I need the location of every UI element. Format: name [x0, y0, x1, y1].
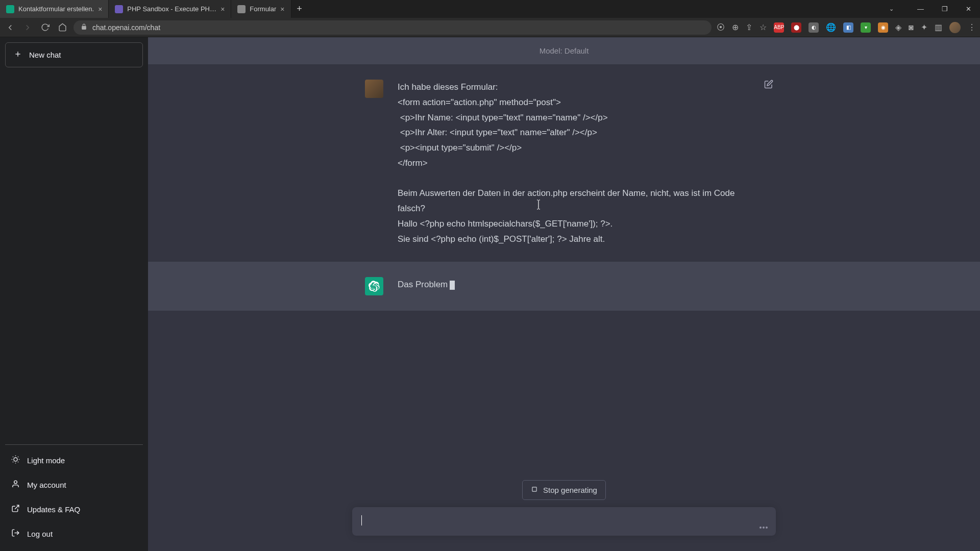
share-icon[interactable]: ⇪: [746, 22, 752, 32]
message-user: Ich habe dieses Formular: <form action="…: [148, 64, 980, 262]
window-controls: ⌄ — ❐ ✕: [880, 0, 980, 18]
zoom-icon[interactable]: ⊕: [732, 22, 739, 32]
stop-icon: [531, 486, 538, 494]
extension-icon[interactable]: ⬤: [791, 22, 801, 33]
extension-icon[interactable]: ◈: [895, 22, 901, 32]
app-root: New chat Light mode My account Updates: [0, 37, 980, 551]
close-icon[interactable]: ×: [280, 5, 284, 13]
updates-faq-button[interactable]: Updates & FAQ: [5, 497, 143, 521]
minimize-button[interactable]: —: [909, 0, 932, 18]
lock-icon: [81, 23, 87, 32]
svg-line-9: [13, 462, 13, 462]
reload-button[interactable]: [39, 21, 51, 34]
close-icon[interactable]: ×: [98, 5, 102, 13]
plus-icon: [14, 50, 22, 60]
svg-rect-14: [532, 487, 536, 491]
edit-message-button[interactable]: [764, 80, 773, 91]
url-input[interactable]: chat.openai.com/chat: [74, 20, 712, 35]
puzzle-icon[interactable]: ✦: [921, 22, 927, 32]
new-chat-button[interactable]: New chat: [5, 42, 143, 67]
browser-tab[interactable]: PHP Sandbox - Execute PHP cod ×: [109, 0, 231, 18]
model-label: Model: Default: [540, 46, 589, 55]
send-icon[interactable]: [760, 527, 768, 529]
model-indicator: Model: Default: [148, 37, 980, 64]
close-icon[interactable]: ×: [220, 5, 225, 13]
extension-icons: ⦿ ⊕ ⇪ ☆ ABP ⬤ ◐ 🌐 ◧ ▾ ◉ ◈ ◙ ✦ ▥ ⋮: [717, 22, 976, 33]
sidebar-footer: Light mode My account Updates & FAQ Log …: [5, 444, 143, 546]
message-text: Ich habe dieses Formular: <form action="…: [398, 80, 763, 246]
message-textarea[interactable]: [361, 515, 750, 528]
favicon-icon: [237, 5, 246, 13]
messages-list: Ich habe dieses Formular: <form action="…: [148, 64, 980, 480]
input-zone: Stop generating: [148, 480, 980, 551]
sun-icon: [11, 455, 20, 465]
maximize-button[interactable]: ❐: [933, 0, 956, 18]
extension-icon[interactable]: ABP: [774, 22, 784, 33]
content-area: Model: Default Ich habe dieses Formular:…: [148, 37, 980, 551]
svg-line-5: [13, 457, 13, 457]
tab-title: PHP Sandbox - Execute PHP cod: [127, 5, 216, 13]
address-bar: chat.openai.com/chat ⦿ ⊕ ⇪ ☆ ABP ⬤ ◐ 🌐 ◧…: [0, 18, 980, 37]
new-tab-button[interactable]: +: [291, 0, 308, 18]
message-text: Das Problem: [398, 277, 763, 295]
svg-line-6: [18, 462, 18, 462]
sidebar: New chat Light mode My account Updates: [0, 37, 148, 551]
favicon-icon: [6, 5, 14, 13]
home-button[interactable]: [56, 21, 68, 34]
new-chat-label: New chat: [29, 51, 61, 59]
star-icon[interactable]: ☆: [760, 22, 767, 32]
external-link-icon: [11, 504, 20, 514]
log-out-button[interactable]: Log out: [5, 521, 143, 546]
typing-cursor-icon: [450, 281, 455, 290]
globe-icon[interactable]: 🌐: [826, 22, 836, 32]
profile-avatar[interactable]: [949, 22, 961, 33]
svg-point-2: [14, 458, 17, 461]
edit-icon: [764, 80, 773, 89]
close-window-button[interactable]: ✕: [957, 0, 980, 18]
sidepanel-icon[interactable]: ▥: [935, 22, 942, 32]
my-account-button[interactable]: My account: [5, 472, 143, 497]
extension-icon[interactable]: ◐: [808, 22, 819, 33]
menu-icon[interactable]: ⋮: [968, 22, 976, 32]
user-avatar: [365, 80, 383, 98]
message-assistant: Das Problem: [148, 262, 980, 311]
log-out-label: Log out: [27, 530, 53, 538]
svg-line-12: [15, 505, 19, 509]
stop-generating-button[interactable]: Stop generating: [522, 480, 606, 500]
logout-icon: [11, 529, 20, 539]
url-text: chat.openai.com/chat: [92, 23, 160, 32]
openai-logo-icon: [369, 281, 380, 292]
tab-title: Formular: [250, 5, 276, 13]
tab-title: Kontaktformular erstellen.: [18, 5, 94, 13]
extension-icon[interactable]: ▾: [861, 22, 871, 33]
forward-button[interactable]: [21, 21, 34, 34]
updates-faq-label: Updates & FAQ: [27, 505, 80, 514]
assistant-avatar: [365, 277, 383, 295]
light-mode-label: Light mode: [27, 456, 65, 465]
extension-icon[interactable]: ◉: [878, 22, 888, 33]
user-icon: [11, 480, 20, 490]
svg-line-10: [18, 457, 18, 457]
camera-icon[interactable]: ◙: [909, 23, 914, 32]
browser-tab[interactable]: Formular ×: [231, 0, 291, 18]
translate-icon[interactable]: ⦿: [717, 23, 725, 32]
back-button[interactable]: [4, 21, 16, 34]
browser-tab[interactable]: Kontaktformular erstellen. ×: [0, 0, 109, 18]
stop-generating-label: Stop generating: [543, 486, 597, 494]
browser-tabs: Kontaktformular erstellen. × PHP Sandbox…: [0, 0, 880, 18]
my-account-label: My account: [27, 481, 66, 489]
extension-icon[interactable]: ◧: [843, 22, 853, 33]
favicon-icon: [115, 5, 123, 13]
chevron-down-icon[interactable]: ⌄: [880, 0, 903, 18]
window-titlebar: Kontaktformular erstellen. × PHP Sandbox…: [0, 0, 980, 18]
message-input[interactable]: [352, 507, 776, 536]
light-mode-button[interactable]: Light mode: [5, 448, 143, 472]
svg-point-11: [14, 481, 17, 484]
